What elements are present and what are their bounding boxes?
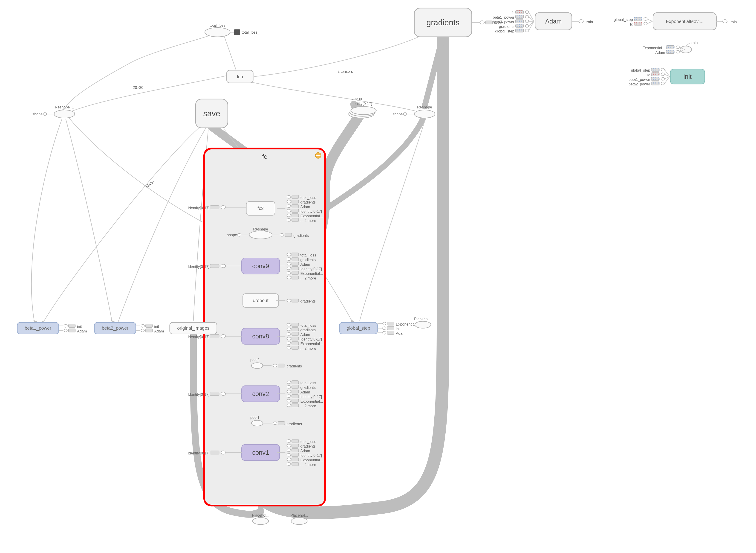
svg-point-49 [287,214,291,217]
svg-text:gradients: gradients [300,444,316,448]
svg-point-188 [383,322,386,325]
svg-text:global_step: global_step [631,68,650,73]
svg-rect-183 [146,329,153,332]
svg-line-211 [529,12,534,21]
init-inputs: global_stepfcbeta1_powerbeta2_power [629,68,670,86]
svg-point-267 [644,22,647,25]
svg-point-227 [525,20,529,23]
svg-point-106 [287,399,291,402]
svg-point-62 [287,262,291,265]
svg-text:... 2 more: ... 2 more [300,219,316,223]
svg-text:Exponential...: Exponential... [300,342,323,346]
svg-point-327 [661,82,664,85]
svg-text:Reshape_1: Reshape_1 [55,105,74,109]
svg-rect-174 [69,329,76,332]
svg-text:beta1_power: beta1_power [629,77,650,82]
svg-point-75 [287,323,291,326]
svg-rect-50 [292,214,299,217]
svg-text:init: init [154,324,159,328]
svg-point-318 [661,77,664,80]
svg-text:Identity[0-17]: Identity[0-17] [188,335,209,339]
adam-out: train [572,19,593,24]
svg-point-245 [525,29,529,32]
svg-point-125 [287,458,291,461]
svg-rect-95 [292,381,299,384]
svg-rect-104 [292,394,299,398]
svg-point-90 [287,346,291,349]
svg-rect-53 [292,218,299,222]
adam-inputs: fcbeta1_powerbeta2_powergradientsglobal_… [493,10,534,33]
svg-line-220 [529,17,534,21]
reshape1-shape-in: shape [32,112,54,116]
svg-point-271 [723,19,727,23]
svg-rect-114 [292,439,299,443]
svg-text:gradients: gradients [286,422,302,426]
svg-rect-29 [210,451,219,454]
svg-point-164 [403,112,407,115]
svg-rect-47 [292,209,299,213]
node-placehol-right[interactable] [415,321,431,328]
svg-rect-60 [292,257,299,261]
edge-save-beta1 [43,126,201,322]
svg-point-236 [525,24,529,27]
svg-point-196 [383,331,386,334]
svg-point-161 [351,106,376,115]
tensorboard-graph[interactable]: 2 tensors 20×30 20×30 20×30 fc fc2 Resha… [0,0,756,553]
svg-text:Identity[0-17]: Identity[0-17] [300,337,322,341]
svg-point-81 [287,332,291,335]
svg-point-33 [238,233,241,236]
node-small-train[interactable] [680,46,691,53]
svg-text:... 2 more: ... 2 more [300,346,316,350]
svg-text:original_images: original_images [177,325,209,331]
svg-rect-189 [387,322,394,325]
svg-rect-13 [210,206,219,209]
beta1-outs: initAdam [59,324,87,333]
svg-text:... 2 more: ... 2 more [300,463,316,467]
edge-reshape-globalstep [360,118,426,321]
svg-point-279 [676,46,679,49]
svg-point-113 [287,440,291,443]
svg-text:Adam: Adam [77,329,87,333]
svg-rect-69 [292,271,299,274]
node-reshape[interactable] [414,110,435,118]
node-pool2[interactable] [252,363,263,368]
node-fc-reshape[interactable] [249,231,272,239]
svg-rect-129 [292,462,299,466]
svg-text:save: save [203,109,220,118]
svg-point-87 [287,342,291,345]
svg-text:Adam: Adam [300,449,310,453]
svg-text:train: train [690,41,698,45]
node-placehol1[interactable] [253,518,269,525]
svg-point-40 [287,200,291,203]
svg-text:... 2 more: ... 2 more [300,276,316,280]
svg-text:beta2_power: beta2_power [629,82,650,86]
expmov-inputs: global_stepfc [614,17,653,26]
svg-rect-25 [210,392,219,396]
fc-title: fc [262,153,267,160]
svg-rect-126 [292,458,299,461]
svg-point-22 [221,334,225,338]
svg-text:fc: fc [647,73,650,77]
svg-text:Identity[0-17]: Identity[0-17] [188,264,209,269]
node-reshape1[interactable] [54,110,75,118]
svg-text:Reshape: Reshape [417,105,432,109]
svg-point-300 [661,68,664,71]
edge-reshape1-beta2 [66,118,112,322]
svg-text:Identity[0-17]: Identity[0-17] [188,392,209,396]
node-placehol2[interactable] [291,518,307,525]
svg-point-144 [273,422,277,425]
svg-text:Placehol...: Placehol... [290,513,308,517]
svg-point-157 [43,112,47,115]
svg-text:Adam: Adam [396,331,406,335]
node-total-loss[interactable] [205,28,230,37]
svg-line-247 [529,21,534,30]
node-total-loss-scalar[interactable] [234,29,240,35]
svg-text:beta2_power: beta2_power [102,325,128,331]
svg-text:global_step: global_step [347,325,370,331]
svg-point-78 [287,328,291,331]
svg-text:Exponential...: Exponential... [300,458,323,462]
node-pool1[interactable] [252,420,263,426]
svg-text:total_loss: total_loss [300,195,316,200]
svg-point-30 [221,451,225,454]
svg-line-269 [647,21,653,24]
